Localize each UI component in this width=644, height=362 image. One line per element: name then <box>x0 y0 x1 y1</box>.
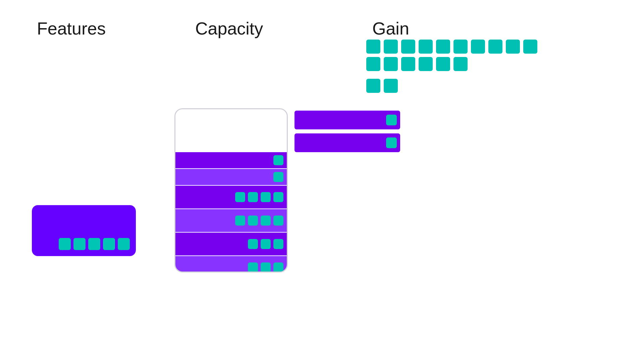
gain-teal-sq <box>488 40 502 54</box>
gain-teal-row-2 <box>366 57 537 71</box>
teal-dot <box>261 262 271 273</box>
teal-dot <box>273 172 283 182</box>
feature-block <box>32 205 136 256</box>
teal-dot <box>73 238 86 250</box>
teal-dot <box>248 262 258 273</box>
capacity-bar-5 <box>175 233 287 255</box>
gain-teal-sq <box>453 40 468 54</box>
gain-teal-sq <box>401 57 415 71</box>
gain-teal-sq <box>366 40 380 54</box>
teal-dot <box>273 155 283 165</box>
gain-teal-sq <box>436 57 450 71</box>
gain-teal-grid <box>366 40 537 74</box>
gain-teal-sq <box>401 40 415 54</box>
teal-dot <box>248 216 258 226</box>
gain-teal-sq <box>384 40 398 54</box>
capacity-bar-6 <box>175 256 287 273</box>
teal-dot <box>59 238 71 250</box>
teal-dot <box>235 216 245 226</box>
teal-dot <box>273 262 283 273</box>
gain-teal-sq <box>384 79 398 93</box>
capacity-bar-2 <box>175 169 287 185</box>
gain-teal-sq <box>384 57 398 71</box>
gain-teal-sq <box>436 40 450 54</box>
teal-dot <box>248 192 258 202</box>
teal-dot <box>235 192 245 202</box>
gain-teal-row-1 <box>366 40 537 54</box>
teal-dot <box>273 216 283 226</box>
gain-teal-sq <box>419 40 433 54</box>
capacity-bar-3 <box>175 186 287 208</box>
capacity-title: Capacity <box>195 18 263 39</box>
capacity-box <box>174 108 288 273</box>
gain-teal-pair <box>366 79 398 93</box>
teal-dot <box>273 239 283 249</box>
gain-bar-1 <box>294 111 400 129</box>
teal-dot <box>261 216 271 226</box>
gain-bar-2 <box>294 133 400 152</box>
teal-dot <box>273 192 283 202</box>
teal-dot <box>118 238 130 250</box>
gain-title: Gain <box>372 18 409 39</box>
gain-teal-sq <box>506 40 520 54</box>
teal-dot <box>386 137 397 148</box>
features-title: Features <box>37 18 106 39</box>
teal-dot <box>261 239 271 249</box>
capacity-bar-4 <box>175 209 287 232</box>
gain-teal-sq <box>471 40 485 54</box>
feature-block-dots <box>59 238 130 250</box>
teal-dot <box>248 239 258 249</box>
teal-dot <box>261 192 271 202</box>
capacity-bar-1 <box>175 152 287 168</box>
capacity-box-top <box>175 109 287 152</box>
teal-dot <box>386 115 397 125</box>
gain-teal-sq <box>419 57 433 71</box>
teal-dot <box>88 238 100 250</box>
teal-dot <box>103 238 115 250</box>
gain-bars-area <box>294 111 400 156</box>
gain-teal-sq <box>366 79 380 93</box>
gain-teal-sq <box>366 57 380 71</box>
gain-teal-sq <box>523 40 537 54</box>
gain-teal-sq <box>453 57 468 71</box>
